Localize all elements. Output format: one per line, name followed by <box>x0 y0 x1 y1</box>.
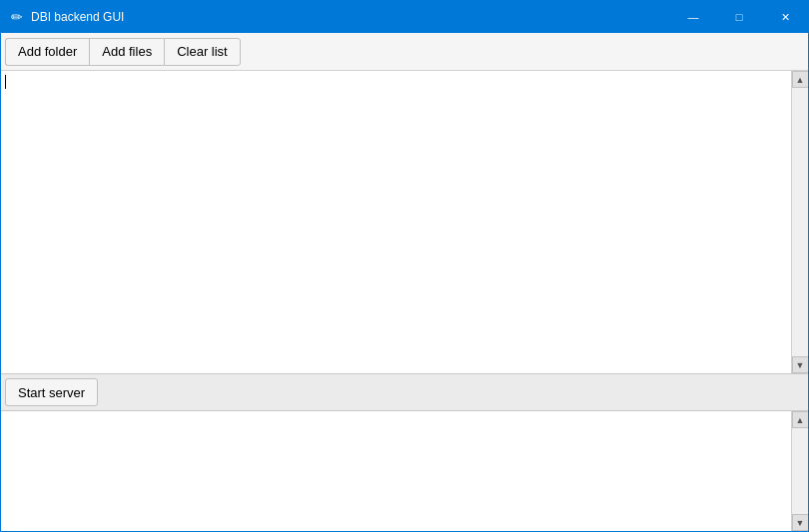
text-cursor <box>5 75 6 89</box>
start-server-button[interactable]: Start server <box>5 378 98 406</box>
bottom-panel: Start server ▲ ▼ <box>1 373 808 531</box>
scrollbar-track-top <box>792 88 808 356</box>
clear-list-button[interactable]: Clear list <box>164 38 241 66</box>
maximize-button[interactable]: □ <box>716 1 762 33</box>
title-bar-left: ✏ DBI backend GUI <box>9 9 124 25</box>
window-title: DBI backend GUI <box>31 10 124 24</box>
app-icon: ✏ <box>9 9 25 25</box>
add-files-button[interactable]: Add files <box>89 38 164 66</box>
title-bar: ✏ DBI backend GUI — □ ✕ <box>1 1 808 33</box>
add-folder-button[interactable]: Add folder <box>5 38 89 66</box>
file-list-scrollbar: ▲ ▼ <box>791 71 808 373</box>
file-list-area[interactable]: ▲ ▼ <box>1 71 808 373</box>
log-scrollbar: ▲ ▼ <box>791 411 808 531</box>
main-toolbar: Add folder Add files Clear list <box>1 33 808 71</box>
close-button[interactable]: ✕ <box>762 1 808 33</box>
app-window: ✏ DBI backend GUI — □ ✕ Add folder Add f… <box>0 0 809 532</box>
scroll-up-arrow[interactable]: ▲ <box>792 71 809 88</box>
log-scroll-up-arrow[interactable]: ▲ <box>792 411 809 428</box>
server-toolbar: Start server <box>1 373 808 411</box>
scroll-down-arrow[interactable]: ▼ <box>792 356 809 373</box>
log-scroll-down-arrow[interactable]: ▼ <box>792 514 809 531</box>
minimize-button[interactable]: — <box>670 1 716 33</box>
log-area: ▲ ▼ <box>1 411 808 531</box>
log-scrollbar-track <box>792 428 808 514</box>
title-bar-controls: — □ ✕ <box>670 1 808 33</box>
main-content: ▲ ▼ Start server ▲ ▼ <box>1 71 808 531</box>
